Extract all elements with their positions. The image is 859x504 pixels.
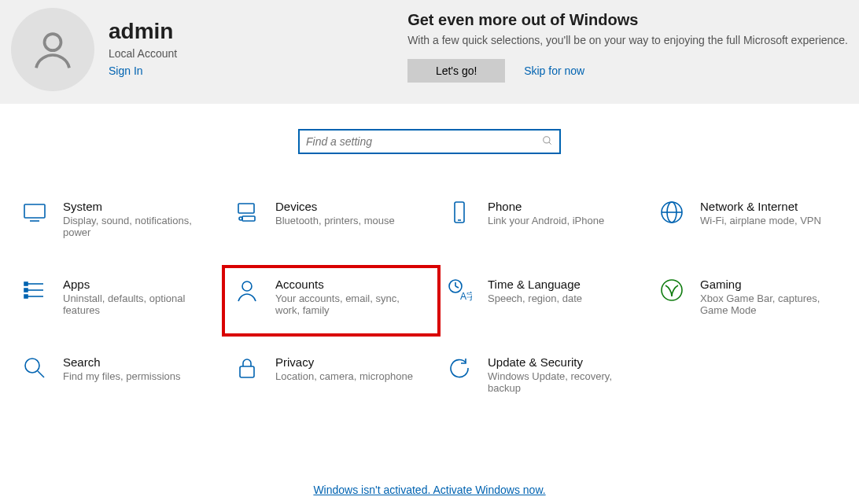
activate-windows-link[interactable]: Windows isn't activated. Activate Window…	[313, 484, 545, 496]
tile-desc: Uninstall, defaults, optional features	[63, 292, 205, 316]
system-icon	[22, 200, 47, 225]
promo-title: Get even more out of Windows	[407, 11, 848, 29]
svg-text:A字: A字	[460, 291, 472, 302]
tile-gaming[interactable]: GamingXbox Game Bar, captures, Game Mode	[659, 278, 856, 316]
account-type: Local Account	[109, 47, 177, 60]
tile-desc: Link your Android, iPhone	[488, 215, 604, 226]
tile-title: Gaming	[700, 278, 842, 291]
svg-point-1	[544, 136, 550, 142]
svg-point-0	[45, 34, 61, 50]
svg-rect-16	[24, 282, 28, 285]
svg-line-22	[455, 286, 459, 288]
promo-actions: Let's go! Skip for now	[407, 59, 848, 83]
tile-title: System	[63, 200, 205, 213]
tile-title: Search	[63, 355, 181, 369]
activation-bar: Windows isn't activated. Activate Window…	[0, 484, 859, 496]
tile-desc: Find my files, permissions	[63, 370, 181, 382]
tile-accounts[interactable]: AccountsYour accounts, email, sync, work…	[223, 267, 439, 335]
search-container	[0, 129, 859, 154]
apps-icon	[22, 278, 47, 303]
tile-devices[interactable]: DevicesBluetooth, printers, mouse	[234, 200, 431, 238]
svg-point-25	[25, 359, 39, 373]
time-language-icon: A字	[447, 278, 472, 303]
gaming-icon	[659, 278, 684, 303]
tile-desc: Wi-Fi, airplane mode, VPN	[700, 215, 821, 226]
person-icon	[31, 28, 75, 72]
svg-line-26	[38, 371, 44, 377]
svg-point-19	[242, 281, 252, 291]
tile-phone[interactable]: PhoneLink your Android, iPhone	[447, 200, 643, 238]
svg-rect-17	[24, 289, 28, 292]
tile-title: Update & Security	[488, 355, 629, 369]
promo-subtitle: With a few quick selections, you'll be o…	[407, 34, 848, 46]
phone-icon	[447, 200, 472, 225]
user-block: admin Local Account Sign In	[11, 8, 177, 104]
tile-desc: Windows Update, recovery, backup	[488, 370, 629, 394]
tile-title: Apps	[63, 278, 205, 291]
tile-desc: Xbox Game Bar, captures, Game Mode	[700, 292, 842, 316]
tile-network[interactable]: Network & InternetWi-Fi, airplane mode, …	[659, 200, 856, 238]
svg-point-7	[239, 217, 242, 220]
skip-link[interactable]: Skip for now	[524, 64, 584, 77]
tile-title: Network & Internet	[700, 200, 821, 213]
settings-grid: SystemDisplay, sound, notifications, pow…	[0, 154, 859, 394]
svg-rect-3	[24, 204, 45, 218]
tile-time-language[interactable]: A字 Time & LanguageSpeech, region, date	[447, 278, 643, 316]
lets-go-button[interactable]: Let's go!	[407, 59, 505, 83]
tile-desc: Your accounts, email, sync, work, family	[275, 292, 417, 316]
tile-system[interactable]: SystemDisplay, sound, notifications, pow…	[22, 200, 219, 238]
svg-rect-27	[240, 366, 254, 377]
tile-privacy[interactable]: PrivacyLocation, camera, microphone	[234, 355, 431, 394]
tile-desc: Bluetooth, printers, mouse	[275, 215, 395, 226]
search-input[interactable]	[306, 135, 542, 148]
search-box[interactable]	[298, 129, 561, 154]
tile-desc: Speech, region, date	[488, 292, 582, 304]
svg-line-2	[549, 142, 551, 144]
network-icon	[659, 200, 684, 225]
update-icon	[447, 355, 472, 381]
sign-in-link[interactable]: Sign In	[109, 64, 177, 77]
svg-rect-6	[242, 216, 255, 221]
tile-title: Accounts	[275, 278, 417, 291]
devices-icon	[234, 200, 260, 225]
tile-desc: Display, sound, notifications, power	[63, 215, 205, 238]
search-icon	[542, 135, 553, 149]
svg-rect-8	[455, 202, 464, 223]
svg-rect-5	[238, 204, 254, 213]
tile-title: Phone	[488, 200, 604, 213]
magnifier-icon	[22, 355, 47, 381]
privacy-icon	[234, 355, 260, 381]
tile-title: Privacy	[275, 355, 413, 369]
user-text: admin Local Account Sign In	[109, 8, 177, 104]
tile-apps[interactable]: AppsUninstall, defaults, optional featur…	[22, 278, 219, 316]
accounts-icon	[234, 278, 260, 303]
header: admin Local Account Sign In Get even mor…	[0, 0, 859, 104]
tile-update-security[interactable]: Update & SecurityWindows Update, recover…	[447, 355, 643, 394]
tile-search[interactable]: SearchFind my files, permissions	[22, 355, 219, 394]
promo-block: Get even more out of Windows With a few …	[407, 8, 848, 104]
user-name: admin	[109, 19, 177, 44]
tile-title: Time & Language	[488, 278, 582, 291]
tile-desc: Location, camera, microphone	[275, 370, 413, 382]
svg-point-24	[662, 280, 682, 300]
avatar[interactable]	[11, 8, 94, 91]
tile-title: Devices	[275, 200, 395, 213]
svg-rect-18	[24, 295, 28, 298]
